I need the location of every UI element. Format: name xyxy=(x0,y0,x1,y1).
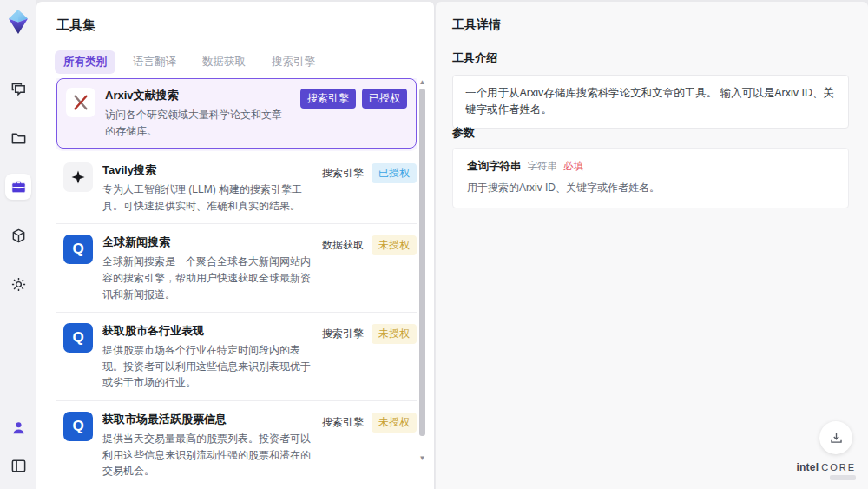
tool-desc: 访问各个研究领域大量科学论文和文章的存储库。 xyxy=(105,107,292,139)
tab-language-translation[interactable]: 语言翻译 xyxy=(124,50,185,74)
auth-status-badge: 未授权 xyxy=(372,413,417,433)
tool-desc: 提供当天交易量最高的股票列表。投资者可以利用这些信息来识别流动性强的股票和潜在的… xyxy=(102,431,312,479)
tool-list-panel: 工具集 所有类别 语言翻译 数据获取 搜索引擎 Arxiv文献搜索 访问各个研究… xyxy=(36,2,435,489)
param-desc: 用于搜索的Arxiv ID、关键字或作者姓名。 xyxy=(467,181,834,195)
tool-card-active-stocks[interactable]: Q 获取市场最活跃股票信息 提供当天交易量最高的股票列表。投资者可以利用这些信息… xyxy=(56,401,417,484)
chat-icon xyxy=(10,82,27,98)
sidebar-item-files[interactable] xyxy=(5,125,31,151)
auth-status-badge: 未授权 xyxy=(372,235,417,255)
tool-detail-panel: 工具详情 工具介绍 一个用于从Arxiv存储库搜索科学论文和文章的工具。 输入可… xyxy=(436,2,868,489)
category-tabs: 所有类别 语言翻译 数据获取 搜索引擎 xyxy=(55,50,324,74)
param-required-flag: 必填 xyxy=(563,160,583,173)
tab-data-fetching[interactable]: 数据获取 xyxy=(194,50,254,74)
tool-desc: 专为人工智能代理 (LLM) 构建的搜索引擎工具。可快速提供实时、准确和真实的结… xyxy=(102,182,312,214)
list-scrollbar[interactable]: ▲ ▼ xyxy=(418,78,426,462)
cube-icon xyxy=(10,228,27,244)
blue-q-icon: Q xyxy=(63,323,93,353)
sidebar-item-models[interactable] xyxy=(5,222,31,248)
category-badge: 搜索引擎 xyxy=(320,324,365,344)
tool-name: 获取股市各行业表现 xyxy=(102,323,312,339)
scroll-up-icon[interactable]: ▲ xyxy=(418,78,426,86)
user-icon xyxy=(10,420,27,436)
tab-all-categories[interactable]: 所有类别 xyxy=(55,50,115,74)
category-badge: 数据获取 xyxy=(320,235,365,255)
param-name: 查询字符串 xyxy=(467,159,522,174)
tool-card-sector-performance[interactable]: Q 获取股市各行业表现 提供股票市场各个行业在特定时间段内的表现。投资者可以利用… xyxy=(56,313,417,401)
param-type: 字符串 xyxy=(528,160,558,173)
download-icon xyxy=(829,431,844,446)
arxiv-x-icon xyxy=(66,88,95,117)
gear-icon xyxy=(10,276,27,293)
category-badge: 搜索引擎 xyxy=(300,89,356,109)
intro-heading: 工具介绍 xyxy=(452,50,497,66)
sidebar-item-chat[interactable] xyxy=(5,76,31,102)
intel-logo-subtext xyxy=(830,475,856,480)
tool-intro-text: 一个用于从Arxiv存储库搜索科学论文和文章的工具。 输入可以是Arxiv ID… xyxy=(452,75,849,129)
intel-core-logo: intelCORE xyxy=(797,461,856,480)
scroll-down-icon[interactable]: ▼ xyxy=(418,454,426,462)
briefcase-icon xyxy=(10,179,27,195)
page-title: 工具集 xyxy=(56,17,95,34)
detail-title: 工具详情 xyxy=(452,17,501,33)
category-badge: 搜索引擎 xyxy=(320,163,365,183)
sidebar-item-account[interactable] xyxy=(5,414,31,440)
app-logo-gem-icon xyxy=(7,9,30,35)
tool-card-tavily[interactable]: Tavily搜索 专为人工智能代理 (LLM) 构建的搜索引擎工具。可快速提供实… xyxy=(56,152,417,224)
blue-q-icon: Q xyxy=(63,412,93,441)
tool-name: 获取市场最活跃股票信息 xyxy=(102,412,312,427)
auth-status-badge: 已授权 xyxy=(362,89,407,109)
download-button[interactable] xyxy=(819,421,852,454)
auth-status-badge: 未授权 xyxy=(372,324,417,344)
tavily-star-icon xyxy=(63,162,93,192)
intel-logo-text: intel xyxy=(797,461,819,473)
tool-card-global-news[interactable]: Q 全球新闻搜索 全球新闻搜索是一个聚合全球各大新闻网站内容的搜索引擎，帮助用户… xyxy=(56,224,417,313)
tool-name: Tavily搜索 xyxy=(102,162,312,178)
tool-list: Arxiv文献搜索 访问各个研究领域大量科学论文和文章的存储库。 搜索引擎 已授… xyxy=(56,78,417,484)
panel-icon xyxy=(10,458,27,474)
tool-desc: 提供股票市场各个行业在特定时间段内的表现。投资者可以利用这些信息来识别表现优于或… xyxy=(102,342,312,391)
core-logo-text: CORE xyxy=(821,462,856,472)
blue-q-icon: Q xyxy=(63,235,93,264)
params-heading: 参数 xyxy=(452,125,475,141)
sidebar-item-settings[interactable] xyxy=(5,271,31,297)
auth-status-badge: 已授权 xyxy=(372,163,417,183)
tool-name: 全球新闻搜索 xyxy=(102,235,312,250)
tool-name: Arxiv文献搜索 xyxy=(105,88,292,103)
tool-desc: 全球新闻搜索是一个聚合全球各大新闻网站内容的搜索引擎，帮助用户快速获取全球最新资… xyxy=(102,254,312,302)
scrollbar-thumb[interactable] xyxy=(419,89,425,436)
sidebar-item-tools[interactable] xyxy=(5,174,31,200)
category-badge: 搜索引擎 xyxy=(320,413,365,433)
param-card: 查询字符串 字符串 必填 用于搜索的Arxiv ID、关键字或作者姓名。 xyxy=(452,148,849,208)
tab-search-engine[interactable]: 搜索引擎 xyxy=(263,50,324,74)
tool-card-arxiv[interactable]: Arxiv文献搜索 访问各个研究领域大量科学论文和文章的存储库。 搜索引擎 已授… xyxy=(56,78,417,149)
sidebar-rail xyxy=(0,0,36,489)
sidebar-item-collapse[interactable] xyxy=(5,453,31,479)
folder-icon xyxy=(10,130,27,147)
